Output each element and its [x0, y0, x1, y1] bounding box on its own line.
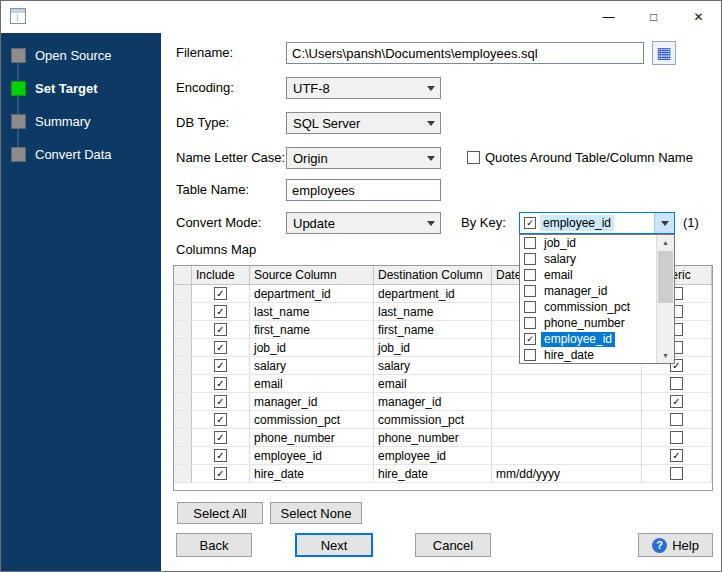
- option-checkbox[interactable]: [524, 285, 536, 297]
- bykey-option-job_id[interactable]: job_id: [520, 235, 657, 251]
- bykey-option-commission_pct[interactable]: commission_pct: [520, 299, 657, 315]
- include-checkbox[interactable]: [214, 359, 227, 372]
- row-selector[interactable]: [174, 411, 192, 428]
- row-selector[interactable]: [174, 393, 192, 410]
- include-checkbox[interactable]: [214, 449, 227, 462]
- filename-label: Filename:: [176, 45, 233, 60]
- row-selector[interactable]: [174, 339, 192, 356]
- back-button[interactable]: Back: [176, 533, 252, 557]
- destination-column-cell: department_id: [374, 285, 492, 302]
- include-checkbox[interactable]: [214, 431, 227, 444]
- source-column-cell: employee_id: [250, 447, 374, 464]
- source-column-cell: department_id: [250, 285, 374, 302]
- row-selector[interactable]: [174, 375, 192, 392]
- row-selector[interactable]: [174, 447, 192, 464]
- include-checkbox[interactable]: [214, 305, 227, 318]
- quotes-checkbox[interactable]: [467, 151, 480, 164]
- bykey-option-phone_number[interactable]: phone_number: [520, 315, 657, 331]
- bykey-option-salary[interactable]: salary: [520, 251, 657, 267]
- include-checkbox[interactable]: [214, 341, 227, 354]
- browse-button[interactable]: ▦: [652, 41, 676, 65]
- option-checkbox[interactable]: [524, 253, 536, 265]
- by-key-select[interactable]: employee_id: [519, 212, 675, 234]
- bykey-option-manager_id[interactable]: manager_id: [520, 283, 657, 299]
- help-label: Help: [672, 538, 699, 553]
- numeric-checkbox[interactable]: [670, 395, 683, 408]
- numeric-checkbox[interactable]: [670, 431, 683, 444]
- destination-column-cell: email: [374, 375, 492, 392]
- table-name-input[interactable]: employees: [286, 179, 441, 201]
- row-selector[interactable]: [174, 321, 192, 338]
- close-button[interactable]: ✕: [676, 1, 721, 32]
- cancel-button[interactable]: Cancel: [415, 533, 491, 557]
- include-checkbox[interactable]: [214, 395, 227, 408]
- encoding-select[interactable]: UTF-8: [286, 77, 441, 99]
- bykey-option-hire_date[interactable]: hire_date: [520, 347, 657, 363]
- source-column-cell: hire_date: [250, 465, 374, 482]
- select-none-button[interactable]: Select None: [270, 502, 362, 524]
- include-checkbox[interactable]: [214, 467, 227, 480]
- include-checkbox[interactable]: [214, 323, 227, 336]
- sidebar-step-set-target[interactable]: Set Target: [11, 78, 159, 98]
- chevron-down-icon: [421, 78, 440, 98]
- by-key-checkbox[interactable]: [524, 217, 536, 229]
- row-selector[interactable]: [174, 357, 192, 374]
- sidebar-step-summary[interactable]: Summary: [11, 111, 159, 131]
- option-checkbox[interactable]: [524, 301, 536, 313]
- filename-value: C:\Users\pansh\Documents\employees.sql: [292, 46, 538, 61]
- sidebar-step-convert-data[interactable]: Convert Data: [11, 144, 159, 164]
- encoding-label: Encoding:: [176, 80, 234, 95]
- titlebar: — □ ✕: [1, 1, 721, 33]
- include-checkbox[interactable]: [214, 413, 227, 426]
- convert-mode-select[interactable]: Update: [286, 212, 441, 234]
- name-letter-case-select[interactable]: Origin: [286, 147, 441, 169]
- table-row[interactable]: hire_datehire_datemm/dd/yyyy: [174, 465, 712, 483]
- option-label: phone_number: [541, 316, 628, 331]
- by-key-dropdown: job_idsalaryemailmanager_idcommission_pc…: [519, 234, 675, 364]
- scroll-down-icon[interactable]: ▼: [657, 348, 674, 363]
- by-key-label: By Key:: [461, 215, 506, 230]
- numeric-checkbox[interactable]: [670, 377, 683, 390]
- numeric-cell: [642, 429, 712, 446]
- include-cell: [192, 357, 250, 374]
- numeric-cell: [642, 465, 712, 482]
- chevron-down-icon[interactable]: [654, 213, 674, 233]
- row-selector[interactable]: [174, 285, 192, 302]
- include-checkbox[interactable]: [214, 377, 227, 390]
- bykey-option-employee_id[interactable]: employee_id: [520, 331, 657, 347]
- filename-input[interactable]: C:\Users\pansh\Documents\employees.sql: [286, 42, 644, 64]
- table-row[interactable]: manager_idmanager_id: [174, 393, 712, 411]
- table-row[interactable]: phone_numberphone_number: [174, 429, 712, 447]
- row-selector[interactable]: [174, 303, 192, 320]
- bykey-option-email[interactable]: email: [520, 267, 657, 283]
- sidebar-step-open-source[interactable]: Open Source: [11, 45, 159, 65]
- scrollbar-thumb[interactable]: [658, 251, 673, 303]
- row-selector[interactable]: [174, 429, 192, 446]
- dropdown-scrollbar[interactable]: ▲ ▼: [656, 235, 674, 363]
- browse-table-icon: ▦: [656, 45, 671, 61]
- step-label: Set Target: [35, 81, 98, 96]
- db-type-select[interactable]: SQL Server: [286, 112, 441, 134]
- include-cell: [192, 303, 250, 320]
- numeric-checkbox[interactable]: [670, 413, 683, 426]
- table-row[interactable]: commission_pctcommission_pct: [174, 411, 712, 429]
- option-checkbox[interactable]: [524, 333, 536, 345]
- table-row[interactable]: employee_idemployee_id: [174, 447, 712, 465]
- option-checkbox[interactable]: [524, 269, 536, 281]
- option-checkbox[interactable]: [524, 317, 536, 329]
- option-checkbox[interactable]: [524, 237, 536, 249]
- help-button[interactable]: ? Help: [638, 533, 713, 557]
- destination-column-cell: manager_id: [374, 393, 492, 410]
- row-selector[interactable]: [174, 465, 192, 482]
- include-checkbox[interactable]: [214, 287, 227, 300]
- option-checkbox[interactable]: [524, 349, 536, 361]
- numeric-cell: [642, 375, 712, 392]
- scroll-up-icon[interactable]: ▲: [657, 235, 674, 250]
- numeric-checkbox[interactable]: [670, 467, 683, 480]
- table-row[interactable]: emailemail: [174, 375, 712, 393]
- numeric-checkbox[interactable]: [670, 449, 683, 462]
- minimize-button[interactable]: —: [586, 1, 631, 32]
- select-all-button[interactable]: Select All: [177, 502, 263, 524]
- maximize-button[interactable]: □: [631, 1, 676, 32]
- next-button[interactable]: Next: [295, 533, 373, 557]
